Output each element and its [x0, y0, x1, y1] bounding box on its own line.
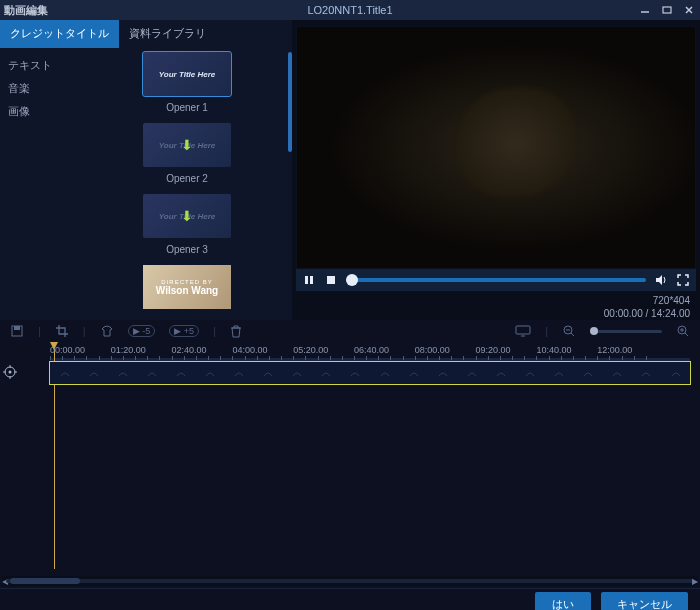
svg-rect-6 [327, 276, 335, 284]
pause-button[interactable] [302, 273, 316, 287]
scroll-right-icon[interactable]: ▶ [690, 576, 700, 586]
document-title: LO20NNT1.Title1 [307, 4, 392, 16]
progress-thumb[interactable] [346, 274, 358, 286]
svg-rect-1 [663, 7, 671, 13]
tab-credit-title[interactable]: クレジットタイトル [0, 20, 119, 48]
svg-point-20 [9, 371, 12, 374]
preview-video[interactable] [296, 26, 696, 269]
ruler-tick-label: 09:20.00 [476, 345, 511, 355]
toolbar: | | ▶ -5 ▶ +5 | | [0, 320, 700, 342]
thumb-label: Opener 3 [143, 244, 231, 255]
thumb-opener3[interactable]: Your Title Here⬇ Opener 3 [143, 194, 231, 255]
sidenav-image[interactable]: 画像 [8, 100, 82, 123]
thumb-label: Opener 1 [143, 102, 231, 113]
ruler-tick-label: 04:00.00 [232, 345, 267, 355]
thumbs-scrollbar[interactable] [288, 52, 292, 152]
svg-rect-9 [14, 326, 20, 330]
volume-button[interactable] [654, 273, 668, 287]
sidenav-text[interactable]: テキスト [8, 54, 82, 77]
svg-line-14 [571, 333, 574, 336]
crop-icon[interactable] [55, 324, 69, 338]
save-icon[interactable] [10, 324, 24, 338]
scroll-thumb[interactable] [10, 578, 80, 584]
download-icon: ⬇ [181, 137, 193, 153]
download-icon: ⬇ [181, 208, 193, 224]
ruler-tick-label: 10:40.00 [536, 345, 571, 355]
track-head-icon[interactable] [2, 364, 18, 380]
ruler-tick-label: 02:40.00 [172, 345, 207, 355]
thumb-text: Your Title Here [159, 70, 215, 79]
ruler-tick-label: 01:20.00 [111, 345, 146, 355]
video-clip[interactable] [50, 362, 690, 384]
clothing-icon[interactable] [100, 324, 114, 338]
svg-rect-5 [310, 276, 313, 284]
timeline: 00:00.0001:20.0002:40.0004:00.0005:20.00… [0, 342, 700, 588]
ruler-tick-label: 05:20.00 [293, 345, 328, 355]
timeline-hscroll[interactable]: ◀ ▶ [2, 576, 698, 586]
svg-line-18 [685, 333, 688, 336]
thumb-item4[interactable]: DIRECTED BY Wilson Wang [143, 265, 231, 309]
tab-library[interactable]: 資料ライブラリ [119, 20, 216, 48]
rewind-5-button[interactable]: ▶ -5 [128, 325, 156, 337]
ruler-tick-label: 06:40.00 [354, 345, 389, 355]
ruler[interactable]: 00:00.0001:20.0002:40.0004:00.0005:20.00… [0, 342, 700, 362]
ruler-tick-label: 08:00.00 [415, 345, 450, 355]
svg-rect-10 [516, 326, 530, 334]
zoom-slider[interactable] [590, 330, 662, 333]
fullscreen-button[interactable] [676, 273, 690, 287]
svg-marker-7 [656, 275, 662, 285]
time-label: 00:00.00 / 14:24.00 [302, 307, 690, 320]
sidenav-music[interactable]: 音楽 [8, 77, 82, 100]
cancel-button[interactable]: キャンセル [601, 592, 688, 610]
thumb-opener1[interactable]: Your Title Here Opener 1 [143, 52, 231, 113]
footer: はい キャンセル [0, 588, 700, 610]
ruler-tick-label: 12:00.00 [597, 345, 632, 355]
resolution-label: 720*404 [302, 294, 690, 307]
delete-icon[interactable] [230, 324, 242, 338]
titlebar: 動画編集 LO20NNT1.Title1 [0, 0, 700, 20]
stop-button[interactable] [324, 273, 338, 287]
zoom-in-icon[interactable] [676, 324, 690, 338]
forward-5-button[interactable]: ▶ +5 [169, 325, 199, 337]
ok-button[interactable]: はい [535, 592, 591, 610]
ruler-tick-label: 00:00.00 [50, 345, 85, 355]
resource-panel: クレジットタイトル 資料ライブラリ テキスト 音楽 画像 Your Title … [0, 20, 292, 320]
progress-bar[interactable] [346, 278, 646, 282]
screen-icon[interactable] [515, 325, 531, 337]
maximize-button[interactable] [660, 3, 674, 17]
zoom-thumb[interactable] [590, 327, 598, 335]
minimize-button[interactable] [638, 3, 652, 17]
svg-rect-4 [305, 276, 308, 284]
thumb-opener2[interactable]: Your Title Here⬇ Opener 2 [143, 123, 231, 184]
preview-panel: 720*404 00:00.00 / 14:24.00 [292, 20, 700, 320]
zoom-out-icon[interactable] [562, 324, 576, 338]
app-name: 動画編集 [4, 3, 48, 18]
close-button[interactable] [682, 3, 696, 17]
thumb-label: Opener 2 [143, 173, 231, 184]
thumb-line2: Wilson Wang [156, 285, 218, 296]
